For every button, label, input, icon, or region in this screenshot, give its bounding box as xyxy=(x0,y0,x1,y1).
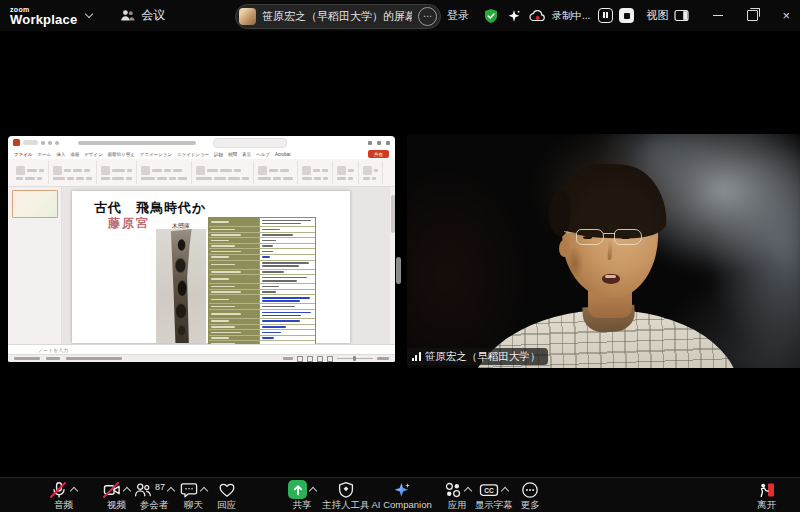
chevron-up-icon[interactable] xyxy=(309,487,317,495)
toolbar-item-more[interactable]: 更多 xyxy=(521,478,540,512)
ppt-tab-10[interactable]: 表示 xyxy=(242,152,251,157)
chevron-up-icon[interactable] xyxy=(123,487,131,495)
view-layout-icon[interactable] xyxy=(674,9,689,22)
meeting-content-area: ファイルホーム挿入描画デザイン画面切り替えアニメーションスライドショー記録校閲表… xyxy=(0,31,800,477)
ppt-tab-9[interactable]: 校閲 xyxy=(228,152,237,157)
save-icon[interactable] xyxy=(41,141,45,145)
chevron-up-icon[interactable] xyxy=(70,487,78,495)
ppt-notes-bar[interactable]: ノートを入力 xyxy=(8,344,395,354)
login-button[interactable]: 登录 xyxy=(447,8,469,23)
connection-signal-icon xyxy=(412,352,421,361)
pane-resize-handle[interactable] xyxy=(396,257,401,284)
window-close-button[interactable]: × xyxy=(782,9,790,22)
ppt-tab-2[interactable]: 挿入 xyxy=(56,152,65,157)
ppt-ribbon-tabs: ファイルホーム挿入描画デザイン画面切り替えアニメーションスライドショー記録校閲表… xyxy=(8,149,395,159)
face-shading xyxy=(567,246,583,280)
toolbar-item-share[interactable]: 共享 xyxy=(288,478,316,512)
chevron-up-icon[interactable] xyxy=(200,487,208,495)
ai-sparkle-status-icon[interactable] xyxy=(507,9,521,23)
window-restore-button[interactable] xyxy=(747,10,758,21)
ppt-tab-4[interactable]: デザイン xyxy=(84,152,102,157)
tab-meeting[interactable]: 会议 xyxy=(120,7,165,24)
ppt-window-controls[interactable] xyxy=(368,141,390,145)
mokkan-database-table xyxy=(208,217,316,362)
ppt-ribbon-content xyxy=(8,159,395,187)
view-button[interactable]: 视图 xyxy=(646,8,668,23)
current-slide[interactable]: 古代 飛鳥時代か 藤原宮 木簡庫 xyxy=(72,191,350,343)
ribbon-group[interactable] xyxy=(192,161,255,184)
ppt-tab-3[interactable]: 描画 xyxy=(70,152,79,157)
ribbon-group[interactable] xyxy=(359,161,383,184)
ppt-search-box[interactable] xyxy=(213,138,287,148)
participant-video-tile[interactable]: 笹原宏之（早稻田大学） xyxy=(407,134,800,368)
tablet-ink-characters xyxy=(167,229,195,343)
ppt-document-title xyxy=(78,141,196,145)
stop-recording-button[interactable] xyxy=(619,8,634,23)
toolbar-item-leave[interactable]: 离开 xyxy=(757,478,776,512)
toolbar-item-video[interactable]: 视频 xyxy=(103,478,130,512)
ppt-tab-7[interactable]: スライドショー xyxy=(177,152,209,157)
ppt-editing-canvas: 古代 飛鳥時代か 藤原宮 木簡庫 xyxy=(62,187,395,345)
participants-count-badge: 87 xyxy=(155,482,165,492)
slide-subtitle: 藤原宮 xyxy=(108,215,150,232)
slide-thumbnail[interactable] xyxy=(12,190,58,218)
autosave-toggle[interactable] xyxy=(23,140,38,145)
ppt-tab-8[interactable]: 記録 xyxy=(214,152,223,157)
share-label: 共享 xyxy=(293,500,312,510)
apps-icon xyxy=(444,481,462,499)
workspace-chevron-down-icon[interactable] xyxy=(85,10,93,18)
redo-icon[interactable] xyxy=(55,141,59,145)
participant-name-tag: 笹原宏之（早稻田大学） xyxy=(407,348,548,365)
ribbon-group[interactable] xyxy=(137,161,191,184)
chevron-up-icon[interactable] xyxy=(167,487,175,495)
chat-label: 聊天 xyxy=(184,500,203,510)
toolbar-item-ai-companion[interactable]: AI Companion xyxy=(372,478,432,512)
ribbon-group[interactable] xyxy=(298,161,333,184)
participant-ear xyxy=(559,240,569,257)
ppt-slide-thumbnails-pane[interactable] xyxy=(8,187,62,345)
ppt-tab-1[interactable]: ホーム xyxy=(37,152,51,157)
host-tools-label: 主持人工具 xyxy=(322,500,370,510)
ai-companion-label: AI Companion xyxy=(372,500,432,510)
status-slide-counter xyxy=(14,357,40,360)
undo-icon[interactable] xyxy=(48,141,52,145)
share-banner-more-button[interactable]: ⋯ xyxy=(418,7,437,26)
ppt-tab-6[interactable]: アニメーション xyxy=(140,152,172,157)
screen-share-banner[interactable]: 笹原宏之（早稻田大学）的屏幕 ⋯ xyxy=(235,4,441,29)
ppt-share-button[interactable]: 共有 xyxy=(368,150,389,158)
ribbon-group[interactable] xyxy=(97,161,137,184)
toolbar-item-host-tools[interactable]: 主持人工具 xyxy=(322,478,370,512)
ppt-tab-5[interactable]: 画面切り替え xyxy=(108,152,135,157)
toolbar-item-audio[interactable]: 音频 xyxy=(50,478,77,512)
toolbar-item-participants[interactable]: 87参会者 xyxy=(134,478,174,512)
toolbar-item-reactions[interactable]: 回应 xyxy=(217,478,236,512)
ppt-vertical-scrollbar[interactable] xyxy=(390,187,395,345)
cloud-recording-icon xyxy=(529,9,546,23)
leave-door-icon xyxy=(758,481,776,499)
pause-recording-button[interactable] xyxy=(598,8,613,23)
chevron-up-icon[interactable] xyxy=(501,487,509,495)
chat-bubble-icon xyxy=(180,481,198,499)
meeting-toolbar: 音频视频87参会者聊天回应共享主持人工具AI Companion应用CC显示字幕… xyxy=(0,477,800,512)
status-zoom-controls[interactable] xyxy=(283,356,389,362)
toolbar-item-captions[interactable]: CC显示字幕 xyxy=(475,478,513,512)
logo-workplace-text: Workplace xyxy=(10,13,77,26)
share-screen-icon xyxy=(288,480,307,499)
window-minimize-button[interactable] xyxy=(713,15,723,16)
table-row xyxy=(209,295,315,304)
table-row xyxy=(209,218,315,227)
chevron-up-icon[interactable] xyxy=(463,487,471,495)
toolbar-item-chat[interactable]: 聊天 xyxy=(180,478,207,512)
ppt-tab-0[interactable]: ファイル xyxy=(14,152,32,157)
leave-label: 离开 xyxy=(757,500,776,510)
ribbon-group[interactable] xyxy=(254,161,298,184)
ppt-tab-11[interactable]: ヘルプ xyxy=(256,152,270,157)
security-shield-icon[interactable] xyxy=(483,8,499,24)
captions-cc-icon: CC xyxy=(479,481,499,499)
ppt-tab-12[interactable]: Acrobat xyxy=(275,152,291,157)
ribbon-group[interactable] xyxy=(333,161,359,184)
status-accessibility xyxy=(66,357,122,360)
ribbon-group[interactable] xyxy=(49,161,97,184)
toolbar-item-apps[interactable]: 应用 xyxy=(444,478,471,512)
ribbon-group[interactable] xyxy=(12,161,49,184)
